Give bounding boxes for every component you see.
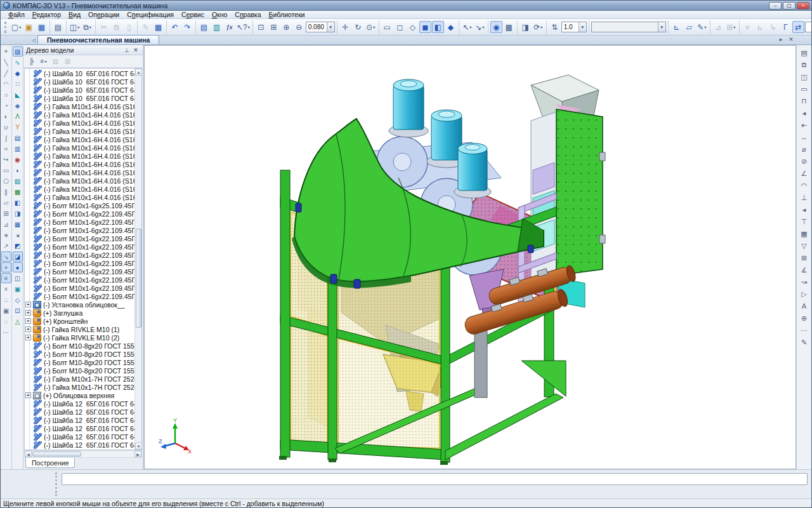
close-panel-icon[interactable]: ✕ xyxy=(131,46,140,54)
hidden-thin-button[interactable]: ◇ xyxy=(407,21,419,33)
pattern-op-icon[interactable]: △ xyxy=(13,316,23,326)
scroll-right-icon[interactable]: ▶ xyxy=(134,451,141,457)
chamfer-tool-icon[interactable]: ⊿ xyxy=(1,219,11,229)
snap-angle-button[interactable]: ⊿ xyxy=(712,21,724,33)
tree-expander[interactable]: + xyxy=(25,310,31,316)
selection-filter-button[interactable]: ↖▾ xyxy=(461,21,473,33)
open-document-button[interactable]: ▣ xyxy=(23,21,35,33)
tree-item[interactable]: +(+) Кронштейн xyxy=(25,317,134,325)
point-tool-icon[interactable]: ⌖ xyxy=(1,46,11,57)
sketch-mode-button[interactable]: ▱ xyxy=(683,21,695,33)
sheet-op-icon[interactable]: ▤ xyxy=(13,133,23,143)
right-angle-button[interactable]: Γ xyxy=(780,21,792,33)
tree-item[interactable]: (-) Шайба 12 65Г.016 ГОСТ 6402-70 xyxy=(25,424,134,432)
body-op1-icon[interactable]: ▧ xyxy=(13,176,23,186)
collapse-arrow-icon[interactable]: ◂ xyxy=(13,230,23,240)
cut-button[interactable]: ✂ xyxy=(98,21,110,33)
filter-op-icon[interactable]: Y xyxy=(13,122,23,132)
tree-item[interactable]: +(-) Гайка RIVKLE М10 (1) xyxy=(25,325,134,333)
draft-op-icon[interactable]: ◇ xyxy=(13,295,23,305)
undo-button[interactable]: ↶ xyxy=(169,21,181,33)
line-tool-icon[interactable]: ╲ xyxy=(1,57,11,67)
extrude-op-icon[interactable]: ◆ xyxy=(13,68,23,78)
menu-окно[interactable]: Окно xyxy=(208,11,231,19)
print-preview-button[interactable]: ◫▾ xyxy=(69,21,81,33)
zoom-out-button[interactable]: ⊖ xyxy=(293,21,305,33)
tolerance-frame-icon[interactable]: ⊞ xyxy=(798,252,810,264)
variables-button[interactable]: ▤ xyxy=(198,21,210,33)
property-bar-grip[interactable] xyxy=(55,472,57,496)
collision-check-icon[interactable]: ◉ xyxy=(13,154,23,164)
save-document-button[interactable]: ▦ xyxy=(36,21,48,33)
mate-op-icon[interactable]: ◗ xyxy=(13,165,23,175)
round-off-button[interactable]: ⇄ xyxy=(792,21,804,33)
tree-item[interactable]: (-) Шайба 12 65Г.016 ГОСТ 6402-70 xyxy=(25,432,134,441)
combo-arrow-icon[interactable]: ▼ xyxy=(658,22,665,32)
context-help-button[interactable]: ↖?▾ xyxy=(236,21,251,33)
unfold-view-icon[interactable]: ⊓ xyxy=(798,95,810,107)
copy-properties-button[interactable]: ✎ xyxy=(140,21,152,33)
hide-objects-button[interactable]: ◨ xyxy=(520,21,532,33)
detail-view-icon[interactable]: ⧉ xyxy=(798,59,810,70)
table-insert-icon[interactable]: ▦ xyxy=(798,228,810,239)
tree-item[interactable]: (-) Гайка М10х1-6Н.4.016 (S16) ГОСТ 5 xyxy=(25,177,134,185)
minimize-button[interactable]: – xyxy=(769,2,782,10)
tree-item[interactable]: (-) Болт М10х1-6gх22.109.45Г.0918 (S1 xyxy=(25,267,134,276)
wave-tool-icon[interactable]: ≈ xyxy=(1,144,11,154)
tree-item[interactable]: (-) Шайба 12 65Г.016 ГОСТ 6402-70 xyxy=(25,399,134,408)
flag-marker-icon[interactable]: ▷ xyxy=(798,288,810,300)
wireframe-button[interactable]: ▭ xyxy=(381,21,393,33)
measure-tool-icon[interactable]: ∴ xyxy=(1,295,11,305)
circle-tool-icon[interactable]: ○ xyxy=(1,90,11,100)
aux-geometry-icon[interactable]: ◌ xyxy=(1,316,11,326)
tree-item[interactable]: (-) Болт М10х1-6gх22.109.45Г.0918 (S1 xyxy=(25,243,134,251)
partial-arc-tool-icon[interactable]: ◐ xyxy=(1,111,11,121)
tree-expander[interactable]: + xyxy=(25,318,31,324)
scroll-thumb[interactable] xyxy=(136,229,141,328)
tree-item[interactable]: (-) Гайка М10х1-6Н.4.016 (S16) ГОСТ 5 xyxy=(25,152,134,160)
component-add-icon[interactable]: ◩ xyxy=(13,241,23,251)
tree-item[interactable]: (-) Болт М10х1-6gх22.109.45Г.0918 (S1 xyxy=(25,284,134,292)
wireframe-hidden-button[interactable]: ◻ xyxy=(394,21,406,33)
tree-attributes-button[interactable]: ▥ xyxy=(62,56,73,67)
cube-edge-view-icon[interactable]: ◨ xyxy=(13,208,23,218)
points-array-icon[interactable]: ∷ xyxy=(13,79,23,89)
ellipse-arc-tool-icon[interactable]: ◔ xyxy=(1,100,11,110)
tree-item[interactable]: (-) Шайба 10 65Г.016 ГОСТ 6402-70 xyxy=(25,86,134,94)
offset-tool-icon[interactable]: ↪ xyxy=(1,154,11,164)
tree-item[interactable]: (-) Гайка М10х1-6Н.4.016 (S16) ГОСТ 5 xyxy=(25,144,134,152)
more-sketch-icon[interactable]: ⋯ xyxy=(1,327,11,337)
restore-button[interactable]: ▢ xyxy=(783,2,796,10)
tree-item[interactable]: +(+) Заглушка xyxy=(25,309,134,317)
tree-report-button[interactable]: ▤ xyxy=(50,56,61,67)
zoom-auto-button[interactable]: ⊞ xyxy=(268,21,280,33)
new-document-button[interactable]: ▢▾ xyxy=(10,21,22,33)
simplified-display-button[interactable]: ◉ xyxy=(490,21,502,33)
hole-op-icon[interactable]: ⊡ xyxy=(13,305,23,316)
snap-filter-button[interactable]: ↘▾ xyxy=(474,21,486,33)
dots-mark-icon[interactable]: ⋯ xyxy=(798,324,810,336)
align-tool-icon[interactable]: ≡ xyxy=(1,273,11,283)
tree-expander[interactable]: + xyxy=(25,302,31,307)
boss-op-icon[interactable]: ◈ xyxy=(13,100,23,110)
text-label-icon[interactable]: A xyxy=(798,300,810,312)
tree-item[interactable]: (-) Гайка М10х1-6Н.4.016 (S16) ГОСТ 5 xyxy=(25,127,134,135)
tree-item[interactable]: (-) Болт М10х1-6gх22.109.45Г.0918 (S1 xyxy=(25,218,134,226)
grid-tool-icon[interactable]: ⊞ xyxy=(1,208,11,218)
perpendicular-dim-icon[interactable]: ⊥ xyxy=(798,192,810,203)
menu-справка[interactable]: Справка xyxy=(231,11,265,19)
rectangle-tool-icon[interactable]: ▭ xyxy=(1,165,11,175)
macro-button[interactable]: ▥ xyxy=(211,21,223,33)
rib-op-icon[interactable]: ▣ xyxy=(13,284,23,294)
redo-button[interactable]: ↷ xyxy=(181,21,193,33)
refresh-image-button[interactable]: ⟳▾ xyxy=(532,21,544,33)
zoom-window-button[interactable]: ⊡ xyxy=(255,21,267,33)
step-value-combo[interactable]: 1.0▼ xyxy=(561,22,587,32)
tree-display-mode-button[interactable]: ≡▾ xyxy=(38,56,49,67)
polygon-tool-icon[interactable]: ⬠ xyxy=(1,176,11,186)
tree-item[interactable]: (-) Болт М10-8gх20 ГОСТ 15591-70 xyxy=(25,358,134,366)
menu-библиотеки[interactable]: Библиотеки xyxy=(265,11,309,19)
tab-scroll-right-icon[interactable]: ▸ xyxy=(777,36,785,43)
menu-редактор[interactable]: Редактор xyxy=(29,11,65,19)
menu-спецификация[interactable]: Спецификация xyxy=(123,11,178,19)
